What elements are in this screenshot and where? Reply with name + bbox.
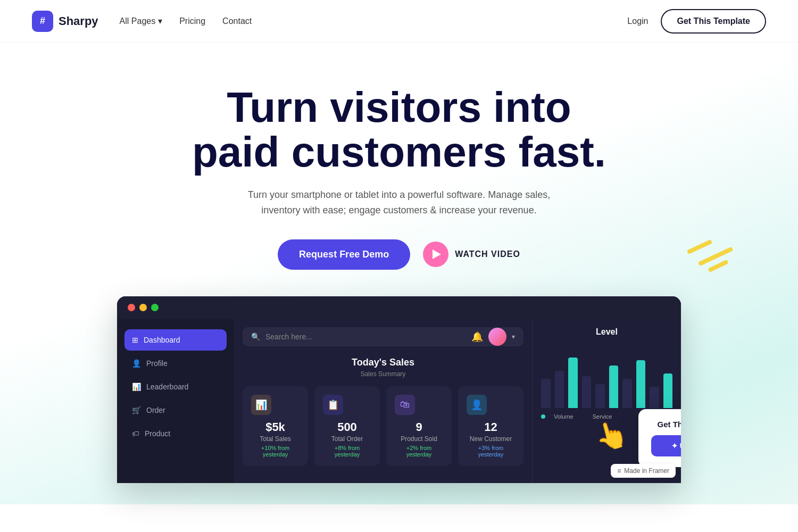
dot-green (151, 304, 159, 311)
nav-contact[interactable]: Contact (222, 16, 252, 26)
today-sales-title: Today's Sales (243, 357, 523, 368)
stat-card-product-sold: 🛍 9 Product Sold +2% from yesterday (386, 386, 452, 466)
product-sold-value: 9 (395, 420, 443, 434)
bar-8 (636, 360, 646, 408)
hero-subtitle: Turn your smartphone or tablet into a po… (245, 187, 553, 218)
nav-right: Login Get This Template (627, 9, 766, 34)
search-bar-right: 🔔 ▾ (471, 328, 515, 346)
hero-buttons: Request Free Demo WATCH VIDEO (32, 239, 766, 270)
decorative-lines (686, 245, 734, 273)
product-sold-change: +2% from yesterday (395, 445, 443, 458)
bar-9 (650, 387, 659, 408)
level-chart (541, 344, 672, 408)
get-template-button[interactable]: Get This Template (661, 9, 766, 34)
volume-legend-label: Volume (554, 413, 573, 420)
dashboard-icon: ⊞ (132, 336, 138, 344)
total-order-change: +8% from yesterday (323, 445, 371, 458)
total-order-icon: 📋 (323, 395, 343, 415)
unlock-access-button[interactable]: ✦ Unlock All Access (651, 435, 681, 456)
logo-icon: # (32, 11, 53, 32)
product-sold-icon: 🛍 (395, 395, 415, 415)
nav-links: All Pages ▾ Pricing Contact (120, 16, 252, 26)
stat-card-total-order: 📋 500 Total Order +8% from yesterday (314, 386, 380, 466)
bar-1 (541, 379, 551, 408)
logo-text: Sharpy (59, 14, 98, 28)
service-legend-label: Service (593, 413, 612, 420)
chevron-down-icon: ▾ (158, 16, 162, 26)
order-icon: 🛒 (132, 406, 141, 414)
sidebar-item-order[interactable]: 🛒 Order (124, 400, 227, 421)
bar-5 (595, 384, 605, 408)
hero-section: Turn visitors into paid customers fast. … (0, 43, 798, 504)
today-sales-sub: Sales Summary (243, 370, 523, 378)
app-mockup: ⊞ Dashboard 👤 Profile 📊 Leaderboard 🛒 Or… (117, 296, 681, 483)
search-bar[interactable]: 🔍 Search here... 🔔 ▾ (243, 327, 523, 346)
framer-label: Made in Framer (624, 467, 669, 475)
chevron-down-icon[interactable]: ▾ (512, 333, 515, 340)
popup-title: Get This Template for Free (651, 420, 681, 429)
nav-all-pages[interactable]: All Pages ▾ (120, 16, 163, 26)
new-customer-value: 12 (467, 420, 515, 434)
mockup-body: ⊞ Dashboard 👤 Profile 📊 Leaderboard 🛒 Or… (117, 319, 681, 483)
stat-card-new-customer: 👤 12 New Customer +3% from yesterday (458, 386, 523, 466)
level-title: Level (541, 327, 672, 337)
watch-video-button[interactable]: WATCH VIDEO (423, 242, 520, 267)
leaderboard-icon: 📊 (132, 383, 141, 391)
total-sales-label: Total Sales (251, 435, 300, 443)
bar-4 (582, 376, 592, 408)
search-icon: 🔍 (251, 332, 260, 341)
login-button[interactable]: Login (627, 16, 648, 26)
hero-title: Turn visitors into paid customers fast. (160, 85, 638, 174)
sidebar-item-product[interactable]: 🏷 Product (124, 423, 227, 444)
new-customer-change: +3% from yesterday (467, 445, 515, 458)
framer-badge[interactable]: ≡ Made in Framer (611, 464, 676, 478)
dot-yellow (139, 304, 147, 311)
nav-left: # Sharpy All Pages ▾ Pricing Contact (32, 11, 252, 32)
total-sales-value: $5k (251, 420, 300, 434)
template-popup: Get This Template for Free ✦ Unlock All … (638, 409, 681, 467)
total-order-label: Total Order (323, 435, 371, 443)
main-content: 🔍 Search here... 🔔 ▾ Today's Sales Sales… (234, 319, 532, 483)
demo-button[interactable]: Request Free Demo (278, 239, 410, 270)
total-sales-icon: 📊 (251, 395, 271, 415)
today-sales-section: Today's Sales Sales Summary 📊 $5k Total … (243, 357, 523, 466)
dot-red (128, 304, 135, 311)
total-order-value: 500 (323, 420, 371, 434)
product-icon: 🏷 (132, 429, 139, 438)
bar-10 (663, 373, 673, 408)
sidebar: ⊞ Dashboard 👤 Profile 📊 Leaderboard 🛒 Or… (117, 319, 234, 483)
bar-7 (622, 379, 632, 408)
logo[interactable]: # Sharpy (32, 11, 98, 32)
avatar[interactable] (488, 328, 506, 346)
play-icon (423, 242, 448, 267)
deco-line-3 (708, 260, 729, 272)
navbar: # Sharpy All Pages ▾ Pricing Contact Log… (0, 0, 798, 43)
total-sales-change: +10% from yesterday (251, 445, 300, 458)
bar-6 (609, 365, 619, 408)
sidebar-item-dashboard[interactable]: ⊞ Dashboard (124, 329, 227, 351)
bar-3 (568, 358, 578, 408)
mockup-topbar (117, 296, 681, 319)
volume-legend-dot (541, 414, 545, 419)
sidebar-item-profile[interactable]: 👤 Profile (124, 353, 227, 374)
new-customer-icon: 👤 (467, 395, 487, 415)
bar-2 (555, 371, 564, 408)
framer-icon: ≡ (617, 467, 621, 475)
stats-cards-row: 📊 $5k Total Sales +10% from yesterday 📋 … (243, 386, 523, 466)
sidebar-item-leaderboard[interactable]: 📊 Leaderboard (124, 376, 227, 397)
new-customer-label: New Customer (467, 435, 515, 443)
profile-icon: 👤 (132, 359, 141, 368)
play-triangle (433, 250, 441, 259)
product-sold-label: Product Sold (395, 435, 443, 443)
stat-card-total-sales: 📊 $5k Total Sales +10% from yesterday (243, 386, 308, 466)
notification-icon[interactable]: 🔔 (471, 331, 483, 343)
nav-pricing[interactable]: Pricing (179, 16, 205, 26)
